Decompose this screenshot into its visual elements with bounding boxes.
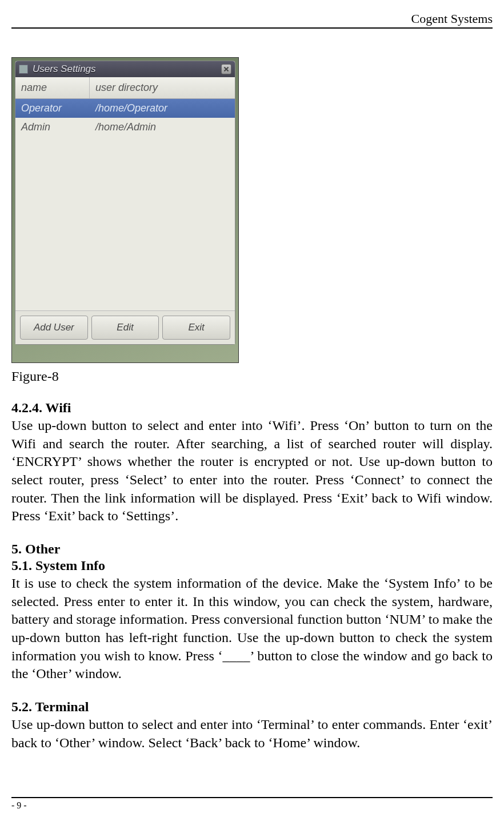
exit-button[interactable]: Exit bbox=[162, 316, 230, 340]
heading-other: 5. Other bbox=[11, 541, 493, 557]
header-right-text: Cogent Systems bbox=[411, 11, 493, 26]
cell-name: Operator bbox=[15, 99, 90, 118]
edit-button[interactable]: Edit bbox=[91, 316, 159, 340]
figure-caption: Figure-8 bbox=[11, 369, 493, 384]
page-header: Cogent Systems bbox=[11, 11, 493, 29]
table-body: Operator /home/Operator Admin /home/Admi… bbox=[15, 99, 235, 310]
close-icon[interactable] bbox=[221, 64, 231, 74]
table-row[interactable]: Admin /home/Admin bbox=[15, 118, 235, 137]
cell-name: Admin bbox=[15, 118, 90, 137]
column-header-directory[interactable]: user directory bbox=[90, 77, 163, 98]
window-app-icon bbox=[19, 65, 28, 74]
cell-directory: /home/Operator bbox=[90, 99, 173, 118]
heading-terminal: 5.2. Terminal bbox=[11, 699, 493, 715]
cell-directory: /home/Admin bbox=[90, 118, 162, 137]
page-number: - 9 - bbox=[11, 800, 27, 810]
paragraph-wifi: Use up-down button to select and enter i… bbox=[11, 417, 493, 525]
embedded-screenshot: Users Settings name user directory Opera… bbox=[11, 57, 239, 363]
table-row[interactable]: Operator /home/Operator bbox=[15, 99, 235, 118]
paragraph-terminal: Use up-down button to select and enter i… bbox=[11, 716, 493, 752]
heading-system-info: 5.1. System Info bbox=[11, 558, 493, 573]
table-header: name user directory bbox=[15, 77, 235, 99]
column-header-name[interactable]: name bbox=[15, 77, 90, 98]
users-settings-window: Users Settings name user directory Opera… bbox=[15, 61, 235, 345]
heading-wifi: 4.2.4. Wifi bbox=[11, 400, 493, 416]
paragraph-system-info: It is use to check the system informatio… bbox=[11, 575, 493, 683]
button-bar: Add User Edit Exit bbox=[15, 310, 235, 344]
add-user-button[interactable]: Add User bbox=[20, 316, 88, 340]
window-titlebar: Users Settings bbox=[15, 61, 235, 77]
window-title: Users Settings bbox=[33, 63, 221, 75]
page-footer: - 9 - bbox=[11, 797, 493, 811]
